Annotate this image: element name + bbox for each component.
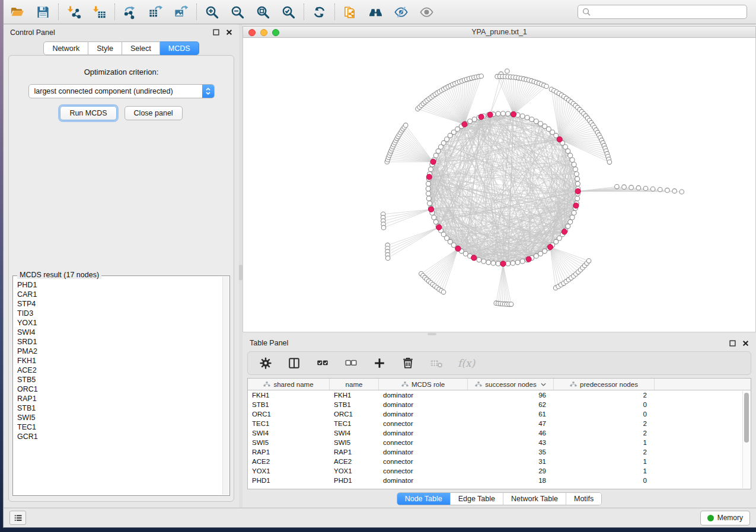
cell-successor-nodes: 18: [468, 477, 554, 484]
tab-select[interactable]: Select: [122, 41, 160, 55]
window-zoom-button[interactable]: [272, 29, 279, 36]
cell-mcds-role: connector: [379, 420, 468, 427]
tab-node-table[interactable]: Node Table: [397, 493, 451, 505]
tab-style[interactable]: Style: [88, 41, 122, 55]
deselect-all-rows-icon[interactable]: [344, 356, 358, 370]
mcds-result-item[interactable]: PMA2: [17, 347, 221, 356]
toggle-column-view-icon[interactable]: [287, 356, 301, 370]
import-network-icon[interactable]: [66, 4, 82, 20]
mcds-result-item[interactable]: TID3: [17, 309, 221, 318]
window-minimize-button[interactable]: [260, 29, 267, 36]
export-image-icon[interactable]: [173, 4, 189, 20]
column-header-mcds-role[interactable]: MCDS role: [379, 379, 468, 390]
column-header-shared-name[interactable]: shared name: [248, 379, 330, 390]
optimization-criterion-label: Optimization criterion:: [9, 68, 234, 76]
criterion-dropdown[interactable]: largest connected component (undirected): [28, 84, 215, 98]
add-column-icon[interactable]: [372, 356, 387, 370]
tab-network-table[interactable]: Network Table: [503, 493, 566, 505]
cell-name: ACE2: [330, 458, 379, 465]
mcds-result-item[interactable]: ACE2: [17, 366, 221, 375]
mcds-result-item[interactable]: TEC1: [17, 422, 221, 432]
window-close-button[interactable]: [248, 29, 256, 36]
function-builder-icon[interactable]: f(x): [458, 357, 475, 369]
run-mcds-button[interactable]: Run MCDS: [60, 106, 116, 120]
tab-network[interactable]: Network: [43, 41, 88, 55]
table-row-stb1[interactable]: STB1STB1dominator620: [248, 400, 751, 409]
show-all-icon[interactable]: [419, 4, 435, 20]
column-header-name[interactable]: name: [330, 379, 379, 390]
delete-table-icon[interactable]: [429, 356, 444, 370]
mcds-result-item[interactable]: SWI5: [17, 413, 221, 422]
mcds-result-item[interactable]: STB1: [17, 403, 221, 413]
cell-name: TEC1: [330, 420, 379, 427]
column-header-predecessor-nodes[interactable]: predecessor nodes: [554, 379, 655, 390]
mcds-result-box: MCDS result (17 nodes) PHD1CAR1STP4TID3Y…: [12, 275, 230, 496]
share-network-icon[interactable]: [342, 4, 358, 20]
mcds-result-list[interactable]: PHD1CAR1STP4TID3YOX1SWI4SRD1PMA2FKH1ACE2…: [14, 277, 221, 494]
tab-edge-table[interactable]: Edge Table: [451, 493, 503, 505]
table-settings-gear-icon[interactable]: [259, 356, 273, 370]
mcds-result-item[interactable]: STP4: [17, 299, 221, 309]
zoom-out-icon[interactable]: [229, 4, 245, 20]
table-row-tec1[interactable]: TEC1TEC1connector472: [248, 419, 751, 428]
mcds-result-item[interactable]: FKH1: [17, 356, 221, 366]
mcds-result-item[interactable]: YOX1: [17, 318, 221, 328]
zoom-in-icon[interactable]: [204, 4, 220, 20]
horizontal-splitter-handle[interactable]: [428, 333, 436, 335]
close-panel-icon[interactable]: [226, 29, 232, 36]
table-row-swi4[interactable]: SWI4SWI4dominator462: [248, 428, 751, 438]
network-canvas[interactable]: [243, 38, 756, 332]
tab-motifs[interactable]: Motifs: [566, 493, 601, 505]
import-table-icon[interactable]: [91, 4, 107, 20]
table-panel: Table Panel: [243, 336, 756, 508]
mcds-result-item[interactable]: PHD1: [17, 280, 221, 290]
mcds-result-item[interactable]: ORC1: [17, 384, 221, 394]
cell-predecessor-nodes: 1: [554, 467, 655, 475]
first-neighbors-icon[interactable]: [368, 4, 384, 20]
mcds-result-item[interactable]: STB5: [17, 375, 221, 384]
table-row-rap1[interactable]: RAP1RAP1dominator352: [248, 447, 751, 457]
search-input[interactable]: [594, 8, 742, 16]
mcds-list-scrollbar[interactable]: [222, 277, 229, 495]
node-table: shared namenameMCDS rolesuccessor nodesp…: [247, 378, 751, 489]
refresh-layout-icon[interactable]: [311, 4, 327, 20]
memory-button[interactable]: Memory: [700, 511, 750, 525]
float-table-panel-icon[interactable]: [729, 340, 736, 347]
mcds-result-item[interactable]: RAP1: [17, 394, 221, 403]
float-panel-icon[interactable]: [213, 29, 219, 36]
close-panel-button[interactable]: Close panel: [125, 106, 183, 120]
table-row-ace2[interactable]: ACE2ACE2connector311: [248, 457, 751, 466]
table-scrollbar-thumb[interactable]: [744, 393, 749, 443]
task-history-button[interactable]: [9, 511, 26, 525]
mcds-result-item[interactable]: SRD1: [17, 337, 221, 347]
tab-mcds[interactable]: MCDS: [160, 41, 199, 55]
open-file-icon[interactable]: [9, 4, 25, 20]
mcds-result-item[interactable]: CAR1: [17, 290, 221, 299]
delete-column-icon[interactable]: [401, 356, 415, 370]
zoom-fit-icon[interactable]: [255, 4, 271, 20]
table-scrollbar[interactable]: [742, 391, 750, 488]
export-network-icon[interactable]: [122, 4, 138, 20]
close-table-panel-icon[interactable]: [742, 340, 749, 347]
mcds-result-item[interactable]: SWI4: [17, 328, 221, 337]
column-header-successor-nodes[interactable]: successor nodes: [468, 379, 554, 390]
table-row-phd1[interactable]: PHD1PHD1dominator180: [248, 476, 751, 485]
table-row-orc1[interactable]: ORC1ORC1dominator610: [248, 409, 751, 419]
export-table-icon[interactable]: [148, 4, 164, 20]
hide-selected-icon[interactable]: [393, 4, 409, 20]
toolbar-separator: [196, 4, 197, 20]
toolbar-separator: [334, 4, 335, 20]
select-all-rows-icon[interactable]: [315, 356, 330, 370]
mcds-result-item[interactable]: GCR1: [17, 432, 221, 441]
save-session-icon[interactable]: [35, 4, 51, 20]
network-graph[interactable]: [243, 38, 755, 332]
search-box[interactable]: [578, 5, 747, 19]
toolbar-separator: [304, 4, 304, 20]
table-row-fkh1[interactable]: FKH1FKH1dominator962: [248, 390, 751, 400]
horizontal-splitter[interactable]: [243, 332, 756, 336]
zoom-selected-icon[interactable]: [280, 4, 296, 20]
search-icon: [582, 8, 591, 16]
right-area: YPA_prune.txt_1 Table Panel: [243, 24, 756, 508]
table-row-swi5[interactable]: SWI5SWI5connector431: [248, 438, 751, 447]
table-row-yox1[interactable]: YOX1YOX1connector291: [248, 466, 751, 476]
